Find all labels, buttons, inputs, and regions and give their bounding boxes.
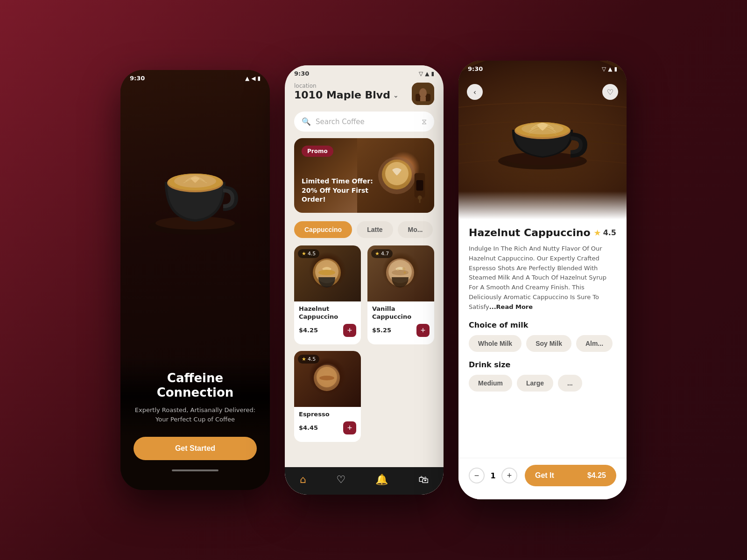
milk-almond-button[interactable]: Alm... bbox=[576, 335, 613, 352]
location-label: location bbox=[294, 83, 399, 89]
promo-text: Limited Time Offer: 20% Off Your First O… bbox=[302, 177, 379, 204]
battery-icon-3: ▮ bbox=[614, 66, 617, 72]
product-card-vanilla[interactable]: ★ 4.7 Vanilla Cappuccino $5.25 + bbox=[367, 245, 434, 344]
products-grid: ★ 4.5 Hazelnut Cappuccino $4.25 + bbox=[294, 245, 434, 442]
rating-badge-vanilla: ★ 4.7 bbox=[371, 249, 393, 258]
product-price-vanilla: $5.25 bbox=[372, 327, 391, 334]
nav-bell-icon[interactable]: 🔔 bbox=[375, 474, 388, 485]
get-it-button[interactable]: Get It $4.25 bbox=[525, 465, 616, 486]
filter-icon: ⧖ bbox=[422, 117, 427, 126]
milk-section-label: Choice of milk bbox=[469, 321, 616, 329]
size-xl-button[interactable]: ... bbox=[558, 375, 582, 392]
star-icon: ★ bbox=[302, 251, 306, 257]
product-img-vanilla: ★ 4.7 bbox=[367, 245, 434, 301]
quantity-value: 1 bbox=[489, 471, 497, 480]
product-price-hazelnut: $4.25 bbox=[299, 327, 318, 334]
status-icons-3: ▽ ▲ ▮ bbox=[602, 66, 617, 72]
svg-point-24 bbox=[404, 272, 406, 274]
add-vanilla-button[interactable]: + bbox=[416, 324, 430, 337]
location-row: location 1010 Maple Blvd ⌄ bbox=[294, 83, 434, 105]
size-medium-button[interactable]: Medium bbox=[469, 375, 512, 392]
coffee-machine-svg bbox=[413, 166, 427, 208]
milk-whole-button[interactable]: Whole Milk bbox=[469, 335, 521, 352]
milk-soy-button[interactable]: Soy Milk bbox=[526, 335, 571, 352]
rating-badge-3: ★ 4.5 bbox=[298, 355, 319, 364]
size-large-button[interactable]: Large bbox=[517, 375, 553, 392]
home-indicator-1 bbox=[172, 469, 218, 471]
increase-qty-button[interactable]: + bbox=[501, 468, 517, 483]
favorite-button[interactable]: ♡ bbox=[602, 84, 618, 100]
category-more[interactable]: Mo... bbox=[398, 221, 433, 238]
quantity-control: − 1 + bbox=[469, 468, 517, 483]
time-3: 9:30 bbox=[468, 65, 483, 72]
phone-splash: 9:30 ▲ ◀ ▮ bbox=[120, 70, 270, 490]
back-button[interactable]: ‹ bbox=[467, 84, 483, 100]
time-1: 9:30 bbox=[130, 75, 145, 82]
product-img-hazelnut: ★ 4.5 bbox=[294, 245, 361, 301]
nav-heart-icon[interactable]: ♡ bbox=[336, 474, 345, 485]
svg-point-23 bbox=[397, 269, 399, 271]
signal-icon: ▲ bbox=[245, 75, 249, 82]
svg-rect-8 bbox=[420, 97, 426, 101]
star-icon-2: ★ bbox=[375, 251, 380, 257]
read-more-link[interactable]: ...Read More bbox=[489, 303, 533, 310]
svg-rect-15 bbox=[419, 199, 421, 203]
product-info-3: Espresso $4.45 + bbox=[294, 407, 361, 436]
svg-point-27 bbox=[319, 376, 334, 380]
product-price-row-vanilla: $5.25 + bbox=[372, 324, 430, 337]
splash-title: Caffeine Connection bbox=[134, 371, 257, 400]
rating-value-hazelnut: 4.5 bbox=[308, 251, 316, 257]
wifi-icon: ◀ bbox=[251, 75, 255, 82]
product-price-3: $4.45 bbox=[299, 424, 318, 431]
product-info-hazelnut: Hazelnut Cappuccino $4.25 + bbox=[294, 301, 361, 339]
menu-content: location 1010 Maple Blvd ⌄ 🔍 Search Coff… bbox=[285, 79, 444, 442]
detail-star-icon: ★ bbox=[594, 228, 601, 238]
add-3-button[interactable]: + bbox=[343, 421, 356, 434]
nav-bag-icon[interactable]: 🛍 bbox=[418, 474, 429, 485]
status-bar-3: 9:30 ▽ ▲ ▮ bbox=[458, 61, 627, 74]
product-card-hazelnut[interactable]: ★ 4.5 Hazelnut Cappuccino $4.25 + bbox=[294, 245, 361, 344]
splash-subtitle: Expertly Roasted, Artisanally Delivered:… bbox=[135, 406, 255, 424]
detail-desc-text: Indulge In The Rich And Nutty Flavor Of … bbox=[469, 245, 606, 310]
location-text: 1010 Maple Blvd bbox=[294, 89, 390, 101]
nav-home-icon[interactable]: ⌂ bbox=[300, 474, 306, 485]
svg-point-22 bbox=[402, 267, 405, 270]
get-it-price: $4.25 bbox=[587, 471, 606, 480]
product-img-3: ★ 4.5 bbox=[294, 351, 361, 407]
promo-banner[interactable]: Promo Limited Time Offer: 20% Off Your F… bbox=[294, 138, 434, 213]
wifi-icon-3: ▽ bbox=[602, 66, 606, 72]
svg-point-14 bbox=[418, 196, 422, 200]
category-row: Cappuccino Latte Mo... bbox=[294, 221, 434, 238]
chevron-down-icon: ⌄ bbox=[393, 91, 399, 99]
decrease-qty-button[interactable]: − bbox=[469, 468, 485, 483]
get-started-button[interactable]: Get Started bbox=[134, 437, 257, 460]
time-2: 9:30 bbox=[294, 70, 309, 77]
detail-hero-overlay bbox=[458, 191, 627, 219]
wifi-icon-2: ▽ bbox=[419, 70, 423, 77]
battery-icon-2: ▮ bbox=[431, 70, 434, 77]
detail-title-row: Hazelnut Cappuccino ★ 4.5 bbox=[469, 227, 616, 238]
rating-badge-hazelnut: ★ 4.5 bbox=[298, 249, 319, 258]
user-avatar[interactable] bbox=[412, 83, 434, 105]
category-cappuccino[interactable]: Cappuccino bbox=[294, 221, 352, 238]
coffee-cup-illustration bbox=[130, 107, 261, 257]
phone-detail: 9:30 ▽ ▲ ▮ bbox=[458, 61, 627, 499]
location-value[interactable]: 1010 Maple Blvd ⌄ bbox=[294, 89, 399, 101]
product-info-vanilla: Vanilla Cappuccino $5.25 + bbox=[367, 301, 434, 339]
product-card-3[interactable]: ★ 4.5 Espresso $4.45 + bbox=[294, 351, 361, 442]
signal-icon-3: ▲ bbox=[608, 66, 612, 72]
detail-hero-image: ‹ ♡ bbox=[458, 61, 627, 219]
add-hazelnut-button[interactable]: + bbox=[343, 324, 356, 337]
status-icons-1: ▲ ◀ ▮ bbox=[245, 75, 261, 82]
category-latte[interactable]: Latte bbox=[357, 221, 393, 238]
avatar-image bbox=[412, 83, 434, 105]
get-it-label: Get It bbox=[535, 471, 554, 480]
search-bar[interactable]: 🔍 Search Coffee ⧖ bbox=[294, 112, 434, 132]
detail-description: Indulge In The Rich And Nutty Flavor Of … bbox=[469, 244, 616, 312]
status-bar-1: 9:30 ▲ ◀ ▮ bbox=[120, 70, 270, 84]
size-section-label: Drink size bbox=[469, 360, 616, 369]
detail-rating-value: 4.5 bbox=[603, 228, 616, 237]
rating-value-vanilla: 4.7 bbox=[381, 251, 389, 257]
star-icon-3: ★ bbox=[302, 356, 306, 362]
status-icons-2: ▽ ▲ ▮ bbox=[419, 70, 434, 77]
